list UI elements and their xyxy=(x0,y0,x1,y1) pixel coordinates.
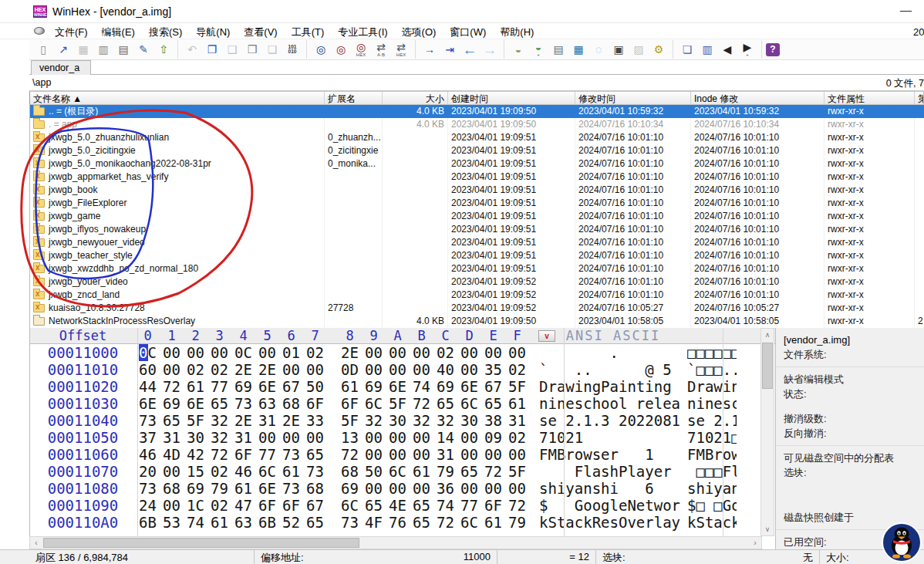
hex-byte[interactable]: 00 xyxy=(279,429,303,446)
hex-byte[interactable]: 00 xyxy=(457,480,481,497)
hex-byte[interactable]: 00 xyxy=(255,344,279,361)
hex-byte[interactable]: 61 xyxy=(207,514,231,531)
hex-byte[interactable]: 61 xyxy=(338,378,362,395)
hex-byte[interactable]: 6E xyxy=(386,378,410,395)
hex-byte[interactable]: 53 xyxy=(160,514,184,531)
file-row[interactable]: .. = (根目录)4.0 KB2023/04/01 19:09:502023/… xyxy=(30,105,924,118)
hex-byte[interactable]: 77 xyxy=(457,497,481,514)
hex-byte[interactable]: 0C xyxy=(231,344,255,361)
hex-byte[interactable]: 00 xyxy=(457,361,481,378)
hex-row[interactable]: 0001105037313032310000001300000014000902… xyxy=(30,429,737,446)
hex-byte[interactable]: 4D xyxy=(160,446,184,463)
hex-byte[interactable]: 00 xyxy=(481,344,505,361)
scroll-up-icon[interactable]: ∧ xyxy=(761,329,774,341)
file-row[interactable]: xjxwgb_5.0_zicitingxie0_zicitingxie2023/… xyxy=(30,144,924,157)
tab-vendor-a[interactable]: vendor_a xyxy=(31,60,91,75)
hex-byte[interactable]: 6E xyxy=(255,480,279,497)
hex-byte[interactable]: 47 xyxy=(231,497,255,514)
hex-byte[interactable]: 6E xyxy=(457,378,481,395)
hex-byte[interactable]: 00 xyxy=(160,344,184,361)
hex-byte[interactable]: 73 xyxy=(338,514,362,531)
hex-byte[interactable]: 72 xyxy=(338,446,362,463)
column-header-5[interactable]: Inode 修改 xyxy=(691,92,825,104)
hex-byte[interactable]: 31 xyxy=(160,429,184,446)
hex-byte[interactable]: 50 xyxy=(362,463,386,480)
hex-byte[interactable]: 46 xyxy=(136,446,160,463)
hex-byte[interactable]: 6C xyxy=(338,497,362,514)
hex-byte[interactable]: 74 xyxy=(184,514,207,531)
hex-row[interactable]: 0001104073655F322E312E335F32303232303831… xyxy=(30,412,737,429)
ascii-text-alt[interactable]: shiyan xyxy=(687,480,737,497)
hex-byte[interactable]: 5F xyxy=(184,412,207,429)
mark-end-icon[interactable]: ▶+ xyxy=(737,41,757,59)
ascii-text-alt[interactable]: ninesc xyxy=(687,395,737,412)
ascii-text[interactable]: 71021 xyxy=(539,429,683,446)
hex-byte[interactable]: 5F xyxy=(505,378,529,395)
hex-byte[interactable]: 79 xyxy=(433,463,457,480)
hex-byte[interactable]: 74 xyxy=(410,378,433,395)
hex-byte[interactable]: 00 xyxy=(255,429,279,446)
hex-byte[interactable]: 00 xyxy=(207,344,231,361)
hex-byte[interactable]: 69 xyxy=(184,480,207,497)
hex-byte[interactable]: 65 xyxy=(481,395,505,412)
column-header-2[interactable]: 大小 xyxy=(383,92,448,104)
hex-byte[interactable]: 00 xyxy=(362,429,386,446)
hex-byte[interactable]: 2E xyxy=(279,412,303,429)
hex-byte[interactable]: 76 xyxy=(386,514,410,531)
hex-byte[interactable]: 4E xyxy=(386,497,410,514)
hex-byte[interactable]: 61 xyxy=(231,480,255,497)
hex-byte[interactable]: 50 xyxy=(303,378,327,395)
hex-byte[interactable]: 65 xyxy=(410,497,433,514)
hex-byte[interactable]: 61 xyxy=(279,463,303,480)
hex-byte[interactable]: 02 xyxy=(433,344,457,361)
hex-byte[interactable]: 63 xyxy=(255,395,279,412)
hex-byte[interactable]: 40 xyxy=(433,361,457,378)
hex-byte[interactable]: 74 xyxy=(433,497,457,514)
hex-byte[interactable]: 67 xyxy=(481,378,505,395)
hex-byte[interactable]: 69 xyxy=(433,378,457,395)
find-hex-icon[interactable]: ◎HEX xyxy=(351,41,371,59)
file-row[interactable]: xjxwgb_youer_video2023/04/01 19:09:52202… xyxy=(30,275,924,289)
vscroll-thumb[interactable] xyxy=(762,343,773,389)
hex-byte[interactable]: 69 xyxy=(338,480,362,497)
hex-byte[interactable]: 72 xyxy=(410,395,433,412)
print-preview-icon[interactable]: ▥ xyxy=(93,41,113,59)
options-gear-icon[interactable]: ⚙ xyxy=(649,41,669,59)
folder-up-icon[interactable]: ⇧ xyxy=(153,41,174,59)
hex-byte[interactable]: 60 xyxy=(136,361,160,378)
ascii-text[interactable]: ` .. @ 5 xyxy=(539,361,683,378)
ascii-text[interactable]: nineschool_relea xyxy=(539,395,683,412)
ascii-text[interactable]: se_2.1.3_2022081 xyxy=(539,412,683,429)
charset-dropdown-button[interactable]: v xyxy=(538,330,555,342)
magnifier-icon[interactable]: ◌ xyxy=(588,41,609,59)
column-header-7[interactable]: 第 xyxy=(915,92,923,104)
menu-item[interactable]: 导航(N) xyxy=(189,23,237,39)
open-disk-icon[interactable]: ◒ xyxy=(508,41,528,59)
hex-byte[interactable]: 72 xyxy=(160,378,184,395)
hex-byte[interactable]: 00 xyxy=(410,344,433,361)
print-icon[interactable]: ▤ xyxy=(113,41,133,59)
hex-byte[interactable]: 61 xyxy=(505,395,529,412)
hex-byte[interactable]: 32 xyxy=(362,412,386,429)
hex-byte[interactable]: 72 xyxy=(505,497,529,514)
file-row[interactable]: xjxwgb_FileExplorer2023/04/01 19:09:5120… xyxy=(30,197,924,210)
ascii-text-alt[interactable]: Drawin xyxy=(687,378,737,395)
column-header-4[interactable]: 修改时间 xyxy=(575,92,691,104)
goto-again-icon[interactable]: ⇥ xyxy=(440,41,460,59)
ascii-text-alt[interactable]: `□□□.. xyxy=(687,361,737,378)
hex-byte[interactable]: 73 xyxy=(136,412,160,429)
hex-byte[interactable]: 36 xyxy=(433,480,457,497)
hex-byte[interactable]: 31 xyxy=(231,429,255,446)
hex-byte[interactable]: 67 xyxy=(303,497,327,514)
hex-byte[interactable]: 02 xyxy=(505,361,529,378)
file-row[interactable]: xjxwgb_appmarket_has_verify2023/04/01 19… xyxy=(30,171,924,184)
hex-row[interactable]: 000110000C0000000C0001022E00000002000000… xyxy=(30,344,737,361)
hex-byte[interactable]: 68 xyxy=(160,480,184,497)
hex-byte[interactable]: 5F xyxy=(505,463,529,480)
ascii-text[interactable]: kStackResOverlay xyxy=(539,514,683,531)
find-text-icon[interactable]: ◎ xyxy=(311,41,331,59)
hex-byte[interactable]: 00 xyxy=(410,480,433,497)
hex-byte[interactable]: 00 xyxy=(160,497,184,514)
hex-byte[interactable]: 02 xyxy=(184,361,207,378)
menu-item[interactable]: 文件(F) xyxy=(48,23,95,39)
